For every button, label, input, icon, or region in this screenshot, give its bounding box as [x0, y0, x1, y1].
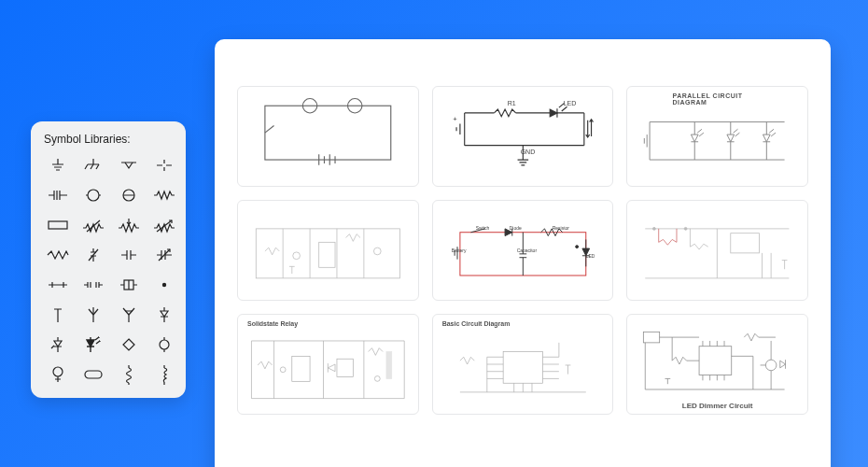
variable-resistor2-icon[interactable] — [150, 215, 178, 235]
svg-point-176 — [685, 227, 688, 230]
template-solidstate-relay[interactable]: Solidstate Relay — [237, 314, 419, 415]
triangle-ground-icon[interactable] — [115, 155, 143, 176]
potentiometer-icon[interactable] — [115, 215, 143, 235]
label-led2: LED — [586, 253, 595, 259]
antenna3-icon[interactable] — [115, 304, 143, 325]
svg-marker-72 — [54, 341, 62, 347]
rectangle-icon[interactable] — [44, 215, 72, 235]
node-icon[interactable] — [150, 155, 178, 176]
svg-marker-232 — [780, 361, 786, 368]
template-simple-loop[interactable] — [237, 86, 419, 187]
svg-rect-24 — [49, 221, 67, 229]
svg-rect-210 — [699, 347, 732, 375]
svg-line-75 — [51, 346, 54, 348]
template-basic-components[interactable]: Switch Diode Resistor Battery Capacitor … — [432, 200, 614, 301]
svg-marker-133 — [727, 134, 735, 142]
svg-point-19 — [88, 190, 99, 201]
svg-rect-184 — [337, 359, 353, 376]
capacitor-icon[interactable] — [44, 185, 72, 205]
ground-icon[interactable] — [44, 155, 72, 176]
svg-line-130 — [697, 129, 702, 133]
svg-line-97 — [265, 125, 274, 133]
svg-text:+: + — [453, 115, 457, 123]
label-r1: R1 — [508, 100, 516, 106]
templates-window: R1 LED GND + — [215, 39, 831, 467]
svg-point-86 — [53, 367, 63, 376]
label-diode: Diode — [510, 225, 522, 231]
svg-line-131 — [699, 133, 704, 136]
led-icon[interactable] — [79, 334, 107, 355]
svg-line-8 — [96, 164, 99, 169]
loop-icon[interactable] — [150, 334, 178, 355]
svg-line-143 — [771, 133, 776, 136]
coil1-icon[interactable] — [115, 364, 143, 385]
template-title: Basic Circuit Diagram — [442, 320, 511, 327]
svg-rect-219 — [644, 332, 660, 343]
svg-rect-144 — [256, 229, 399, 278]
svg-rect-149 — [319, 242, 335, 267]
label-resistor: Resistor — [553, 225, 569, 231]
resistor-icon[interactable] — [150, 185, 178, 205]
label-battery: Battery — [452, 248, 467, 253]
dot-icon[interactable] — [150, 275, 178, 295]
svg-point-227 — [766, 360, 777, 371]
template-basic-circuit[interactable]: Basic Circuit Diagram — [432, 314, 614, 415]
diode-small-icon[interactable] — [79, 245, 107, 265]
label-switch: Switch — [476, 225, 490, 231]
svg-marker-104 — [550, 109, 557, 117]
svg-point-188 — [280, 367, 286, 373]
component-icon[interactable] — [115, 275, 143, 295]
svg-marker-82 — [123, 339, 134, 350]
symbol-library-panel: Symbol Libraries: — [31, 121, 186, 398]
svg-point-189 — [374, 376, 380, 382]
svg-rect-193 — [503, 352, 542, 384]
svg-marker-127 — [692, 134, 699, 142]
diode2-icon[interactable] — [150, 304, 178, 325]
antenna1-icon[interactable] — [44, 304, 72, 325]
svg-point-150 — [293, 252, 301, 260]
diamond-icon[interactable] — [115, 334, 143, 355]
svg-marker-77 — [87, 340, 94, 347]
symbol-grid — [44, 155, 173, 385]
template-led-circuit[interactable]: R1 LED GND + — [432, 86, 614, 187]
svg-line-142 — [770, 129, 775, 133]
svg-marker-191 — [328, 364, 335, 372]
fuse-icon[interactable] — [44, 275, 72, 295]
fuse2-icon[interactable] — [79, 275, 107, 295]
template-title: Solidstate Relay — [247, 320, 298, 327]
svg-rect-94 — [265, 106, 391, 160]
svg-line-61 — [89, 309, 93, 315]
svg-point-151 — [373, 248, 381, 255]
svg-line-136 — [734, 129, 738, 133]
svg-point-168 — [575, 246, 578, 248]
svg-line-137 — [735, 133, 740, 136]
template-complex-2[interactable] — [626, 200, 808, 301]
svg-rect-183 — [292, 356, 310, 381]
antenna2-icon[interactable] — [79, 304, 107, 325]
svg-point-175 — [653, 227, 656, 230]
template-parallel-circuit[interactable]: PARALLEL CIRCUIT DIAGRAM — [626, 86, 808, 187]
circle-slash-icon[interactable] — [115, 185, 143, 205]
diode-arrow-icon[interactable] — [44, 334, 72, 355]
variable-cap-icon[interactable] — [150, 245, 178, 265]
symbol-library-title: Symbol Libraries: — [44, 133, 173, 146]
meter-icon[interactable] — [44, 364, 72, 385]
template-title: LED Dimmer Circuit — [682, 402, 753, 410]
template-led-dimmer[interactable]: LED Dimmer Circuit — [626, 314, 808, 415]
label-led: LED — [564, 100, 577, 106]
circle-icon[interactable] — [79, 185, 107, 205]
chassis-ground-icon[interactable] — [79, 155, 107, 176]
label-capacitor: Capacitor — [517, 248, 537, 253]
zigzag-icon[interactable] — [44, 245, 72, 265]
variable-resistor-icon[interactable] — [79, 215, 107, 235]
template-title: PARALLEL CIRCUIT DIAGRAM — [672, 92, 762, 106]
capacitor2-icon[interactable] — [115, 245, 143, 265]
svg-marker-139 — [763, 134, 771, 142]
svg-rect-190 — [386, 352, 392, 379]
template-complex-1[interactable] — [237, 200, 419, 301]
svg-line-6 — [85, 164, 88, 169]
svg-rect-171 — [731, 234, 760, 253]
svg-marker-68 — [161, 311, 168, 317]
coil2-icon[interactable] — [150, 364, 178, 385]
rounded-rect-icon[interactable] — [79, 364, 107, 385]
